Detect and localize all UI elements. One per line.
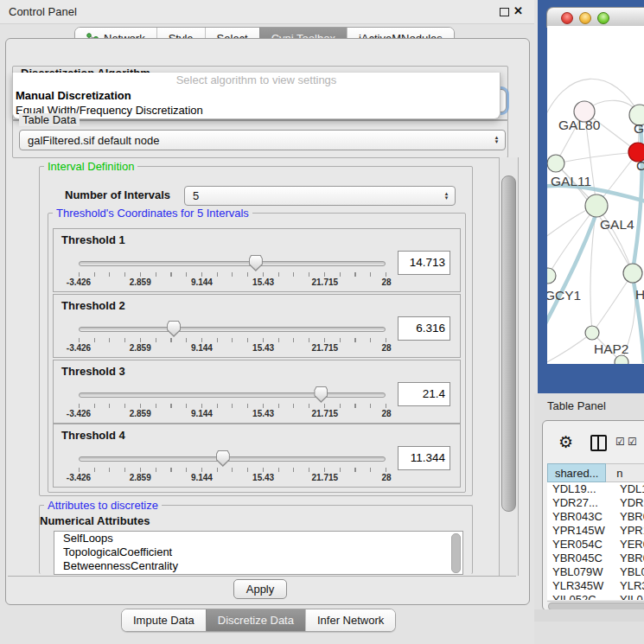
- slider-tick-labels: -3.426 2.859 9.144 15.43 21.715 28: [79, 409, 386, 419]
- slider-tick-labels: -3.426 2.859 9.144 15.43 21.715 28: [79, 277, 386, 288]
- slider-thumb[interactable]: [216, 450, 230, 467]
- network-graph: GAL80 G C GAL11 GAL4 GCY1 H HAP2: [547, 26, 644, 364]
- threshold-3-panel: Threshold 3 -3.426 2.859 9.144 15.43 21.…: [53, 360, 461, 424]
- control-panel-titlebar: [0, 0, 534, 24]
- tab-discretize-data[interactable]: Discretize Data: [206, 609, 305, 631]
- table-data-value: galFiltered.sif default node: [28, 134, 159, 147]
- application-window: Control Panel ✕ Network Style Select Cyn…: [0, 0, 644, 644]
- table-body: YDL19...YDL1 YDR27...YDR2 YBR043CYBR0 YP…: [547, 482, 644, 600]
- table-row[interactable]: YBR045CYBR0: [547, 552, 644, 565]
- threshold-2-label: Threshold 2: [61, 299, 125, 312]
- float-window-icon[interactable]: [500, 8, 509, 16]
- threshold-4-label: Threshold 4: [61, 429, 125, 442]
- table-row[interactable]: YPR145WYPR1: [547, 524, 644, 538]
- algorithm-option-manual[interactable]: Manual Discretization: [13, 88, 500, 103]
- algorithm-option-equal-width[interactable]: Equal Width/Frequency Discretization: [13, 103, 500, 118]
- table-data-combobox[interactable]: galFiltered.sif default node ▲▼: [19, 130, 506, 150]
- checkbox-icon[interactable]: ☑: [615, 436, 625, 448]
- table-row[interactable]: YDR27...YDR2: [547, 496, 644, 510]
- slider-track[interactable]: [79, 456, 386, 462]
- list-item[interactable]: TopologicalCoefficient: [54, 545, 462, 559]
- table-data-title: Table Data: [19, 113, 80, 126]
- table-row[interactable]: YLR345WYLR3: [547, 579, 644, 593]
- table-row[interactable]: YBL079WYBL0: [547, 565, 644, 579]
- network-window-frame: GAL80 G C GAL11 GAL4 GCY1 H HAP2: [538, 0, 644, 393]
- combo-stepper-icon: ▲▼: [493, 136, 501, 144]
- threshold-4-panel: Threshold 4 -3.426 2.859 9.144 15.43 21.…: [53, 424, 461, 488]
- table-row[interactable]: YIL052CYIL0: [547, 593, 644, 600]
- panel-bottom-strip: [534, 609, 644, 622]
- threshold-1-panel: Threshold 1 -3.426 2.859 9.144 15.43 21.…: [53, 228, 461, 292]
- gear-icon[interactable]: ⚙: [558, 432, 573, 452]
- close-traffic-light[interactable]: [561, 12, 573, 24]
- threshold-2-value-field[interactable]: 6.316: [398, 316, 450, 341]
- slider-track[interactable]: [79, 392, 386, 398]
- node-label-gal4: GAL4: [600, 217, 634, 232]
- close-icon[interactable]: ✕: [513, 4, 523, 17]
- cyni-mode-tabs: Impute Data Discretize Data Infer Networ…: [121, 609, 396, 632]
- control-panel-title: Control Panel: [9, 5, 77, 18]
- node[interactable]: [623, 264, 642, 283]
- slider-ticks: [79, 338, 386, 342]
- threshold-3-label: Threshold 3: [61, 365, 125, 378]
- slider-thumb[interactable]: [314, 386, 328, 403]
- slider-ticks: [79, 404, 386, 408]
- list-item[interactable]: SelfLoops: [54, 532, 462, 545]
- threshold-4-slider[interactable]: [79, 450, 386, 468]
- node-label-gal80: GAL80: [558, 118, 601, 132]
- combo-stepper-icon: ▲▼: [443, 192, 450, 201]
- slider-tick-labels: -3.426 2.859 9.144 15.43 21.715 28: [79, 343, 386, 354]
- numerical-attributes-label: Numerical Attributes: [40, 514, 150, 527]
- node-hap2[interactable]: [585, 326, 599, 340]
- number-of-intervals-combobox[interactable]: 5 ▲▼: [184, 186, 456, 206]
- node-label-partial: G: [634, 121, 644, 136]
- column-header-shared[interactable]: shared...: [547, 463, 606, 482]
- number-of-intervals-label: Number of Intervals: [65, 188, 170, 201]
- numerical-attributes-list: SelfLoops TopologicalCoefficient Between…: [54, 531, 463, 575]
- threshold-4-value-field[interactable]: 11.344: [398, 446, 450, 470]
- threshold-3-value-field[interactable]: 21.4: [398, 382, 450, 406]
- table-row[interactable]: YBR043CYBR0: [547, 510, 644, 524]
- minimize-traffic-light[interactable]: [579, 12, 591, 24]
- list-item[interactable]: BetweennessCentrality: [54, 559, 462, 573]
- slider-track[interactable]: [79, 327, 386, 332]
- node-gal4[interactable]: [585, 194, 608, 217]
- threshold-1-slider[interactable]: [79, 255, 386, 272]
- slider-track[interactable]: [79, 261, 386, 266]
- tab-infer-network[interactable]: Infer Network: [305, 609, 395, 631]
- slider-ticks: [79, 272, 386, 277]
- thresholds-group-title: Threshold's Coordinates for 5 Intervals: [53, 207, 252, 220]
- node-label-hap2: HAP2: [594, 341, 629, 356]
- node-gcy1[interactable]: [547, 268, 556, 284]
- node-label-partial: H: [635, 287, 644, 302]
- threshold-2-slider[interactable]: [79, 321, 386, 338]
- node[interactable]: [615, 355, 628, 364]
- checkbox-icon[interactable]: ☑: [628, 436, 637, 448]
- table-row[interactable]: YDL19...YDL1: [547, 482, 644, 496]
- slider-thumb[interactable]: [167, 321, 181, 337]
- threshold-3-slider[interactable]: [79, 386, 386, 404]
- number-of-intervals-value: 5: [193, 189, 199, 202]
- slider-thumb[interactable]: [249, 255, 263, 271]
- node-gal11[interactable]: [547, 155, 564, 172]
- attributes-group-title: Attributes to discretize: [44, 499, 162, 512]
- interval-definition-title: Interval Definition: [44, 160, 137, 173]
- apply-button[interactable]: Apply: [233, 579, 287, 599]
- table-header-row: shared... n: [547, 463, 644, 482]
- network-view-canvas[interactable]: GAL80 G C GAL11 GAL4 GCY1 H HAP2: [547, 26, 644, 364]
- column-header-name[interactable]: n: [606, 463, 644, 482]
- node-label-partial: C: [636, 158, 644, 173]
- zoom-traffic-light[interactable]: [597, 12, 609, 24]
- panel-scrollbar-thumb[interactable]: [501, 175, 516, 512]
- tab-impute-data[interactable]: Impute Data: [122, 609, 206, 631]
- list-scrollbar[interactable]: [451, 533, 461, 573]
- table-row[interactable]: YER054CYER0: [547, 538, 644, 552]
- threshold-2-panel: Threshold 2 -3.426 2.859 9.144 15.43 21.…: [53, 294, 461, 358]
- network-nodes[interactable]: [547, 101, 644, 364]
- slider-tick-labels: -3.426 2.859 9.144 15.43 21.715 28: [79, 473, 386, 483]
- network-window-titlebar[interactable]: [546, 7, 644, 28]
- node-label-gal11: GAL11: [551, 174, 591, 188]
- split-columns-icon[interactable]: [590, 435, 607, 451]
- threshold-1-value-field[interactable]: 14.713: [398, 251, 450, 275]
- algorithm-popup-prompt: Select algorithm to view settings: [13, 73, 500, 88]
